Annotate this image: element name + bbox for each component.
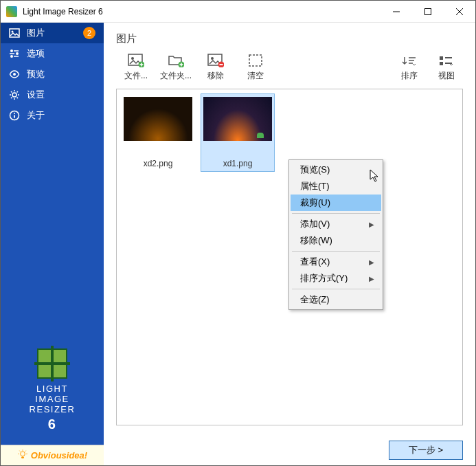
sidebar-item-about[interactable]: 关于 [1, 105, 104, 126]
brand-footer[interactable]: Obviousidea! [1, 445, 104, 465]
sidebar-icon [9, 89, 20, 100]
menu-item-label: 预览(S) [300, 164, 330, 176]
svg-rect-19 [440, 56, 443, 60]
svg-point-9 [14, 113, 15, 114]
menu-separator [292, 213, 380, 214]
sidebar-item-preview[interactable]: 预览 [1, 64, 104, 85]
svg-rect-0 [425, 8, 431, 14]
brand-label: Obviousidea! [31, 450, 87, 461]
add-files-button[interactable]: 文件... [116, 51, 156, 85]
tool-label: 视图 [438, 70, 455, 82]
content-area: xd2.pngxd1.png 预览(S)属性(T)裁剪(U)添加(V)▶移除(W… [116, 89, 463, 425]
menu-item-label: 查看(X) [300, 256, 330, 268]
chevron-right-icon: ▶ [369, 275, 374, 282]
menu-item[interactable]: 裁剪(U) [291, 195, 381, 211]
menu-item[interactable]: 全选(Z) [291, 291, 381, 308]
menu-item-label: 添加(V) [300, 218, 330, 230]
next-button[interactable]: 下一步 > [389, 441, 463, 460]
menu-item[interactable]: 添加(V)▶ [291, 216, 381, 232]
svg-rect-20 [440, 62, 443, 65]
svg-point-16 [211, 57, 214, 60]
svg-point-12 [131, 57, 134, 60]
logo-text: LIGHT IMAGE RESIZER 6 [30, 384, 76, 432]
menu-item[interactable]: 预览(S) [291, 162, 381, 178]
logo-icon [37, 348, 67, 379]
svg-rect-1 [10, 29, 19, 37]
thumbnail-label: xd2.png [144, 159, 173, 168]
menu-item-label: 排序方式(Y) [300, 272, 348, 285]
chevron-right-icon: ▶ [369, 258, 374, 266]
view-icon [439, 55, 454, 67]
tool-label: 文件... [124, 70, 148, 82]
sort-button[interactable]: 排序 [393, 52, 426, 85]
tool-label: 排序 [401, 70, 418, 82]
sidebar-item-settings[interactable]: 设置 [1, 85, 104, 105]
sidebar-icon [9, 48, 20, 59]
remove-button[interactable]: 移除 [196, 51, 236, 85]
svg-rect-18 [249, 55, 262, 66]
thumbnail-item[interactable]: xd1.png [201, 93, 275, 172]
menu-item[interactable]: 属性(T) [291, 178, 381, 195]
menu-item[interactable]: 移除(W) [291, 232, 381, 249]
sort-icon [402, 55, 417, 67]
bottom-bar: 下一步 > [104, 435, 475, 465]
maximize-button[interactable] [412, 1, 444, 22]
add-folder-button[interactable]: 文件夹... [156, 51, 196, 85]
app-icon [6, 6, 17, 17]
folder-add-icon [168, 54, 184, 67]
menu-item-label: 全选(Z) [300, 293, 330, 306]
toolbar: 文件... 文件夹... 移除 [104, 51, 475, 89]
thumbnail-image [203, 97, 272, 141]
menu-separator [292, 289, 380, 289]
svg-point-10 [20, 452, 25, 456]
sidebar-item-label: 设置 [27, 89, 45, 101]
close-button[interactable] [444, 1, 475, 22]
thumbnail-image [124, 97, 192, 141]
count-badge: 2 [83, 27, 95, 39]
svg-point-6 [13, 73, 16, 76]
clear-icon [247, 54, 264, 67]
svg-point-7 [12, 93, 16, 97]
app-logo: LIGHT IMAGE RESIZER 6 [1, 342, 104, 445]
window-title: Light Image Resizer 6 [23, 7, 381, 16]
next-button-label: 下一步 > [409, 444, 443, 456]
menu-item-label: 移除(W) [300, 234, 332, 247]
menu-item-label: 裁剪(U) [300, 197, 330, 209]
image-remove-icon [207, 54, 224, 67]
sidebar-item-options[interactable]: 选项 [1, 43, 104, 64]
bulb-icon [17, 449, 28, 462]
clear-button[interactable]: 清空 [236, 51, 275, 85]
menu-item[interactable]: 查看(X)▶ [291, 254, 381, 270]
view-button[interactable]: 视图 [430, 52, 463, 85]
thumbnail-label: xd1.png [223, 159, 253, 168]
sidebar-icon [9, 69, 20, 80]
sidebar-item-label: 选项 [27, 47, 45, 60]
sidebar-item-label: 关于 [27, 109, 45, 122]
tool-label: 移除 [207, 70, 224, 82]
menu-item-label: 属性(T) [300, 180, 330, 192]
chevron-right-icon: ▶ [369, 221, 374, 228]
sidebar-item-label: 图片 [27, 27, 45, 39]
svg-point-3 [10, 49, 13, 52]
image-add-icon [128, 54, 144, 67]
tool-label: 清空 [247, 70, 264, 82]
sidebar-icon [9, 27, 20, 38]
svg-point-4 [10, 55, 13, 58]
sidebar: 图片2选项预览设置关于 LIGHT IMAGE RESIZER 6 Obviou… [1, 23, 104, 465]
thumbnail-item[interactable]: xd2.png [121, 93, 195, 172]
sidebar-item-images[interactable]: 图片2 [1, 23, 104, 43]
svg-point-5 [16, 52, 19, 55]
sidebar-icon [9, 110, 20, 121]
tool-label: 文件夹... [160, 70, 192, 82]
context-menu: 预览(S)属性(T)裁剪(U)添加(V)▶移除(W)查看(X)▶排序方式(Y)▶… [288, 159, 383, 310]
menu-item[interactable]: 排序方式(Y)▶ [291, 270, 381, 287]
minimize-button[interactable] [381, 1, 412, 22]
sidebar-item-label: 预览 [27, 68, 45, 80]
page-title: 图片 [104, 23, 475, 51]
menu-separator [292, 251, 380, 252]
titlebar: Light Image Resizer 6 [1, 1, 475, 23]
